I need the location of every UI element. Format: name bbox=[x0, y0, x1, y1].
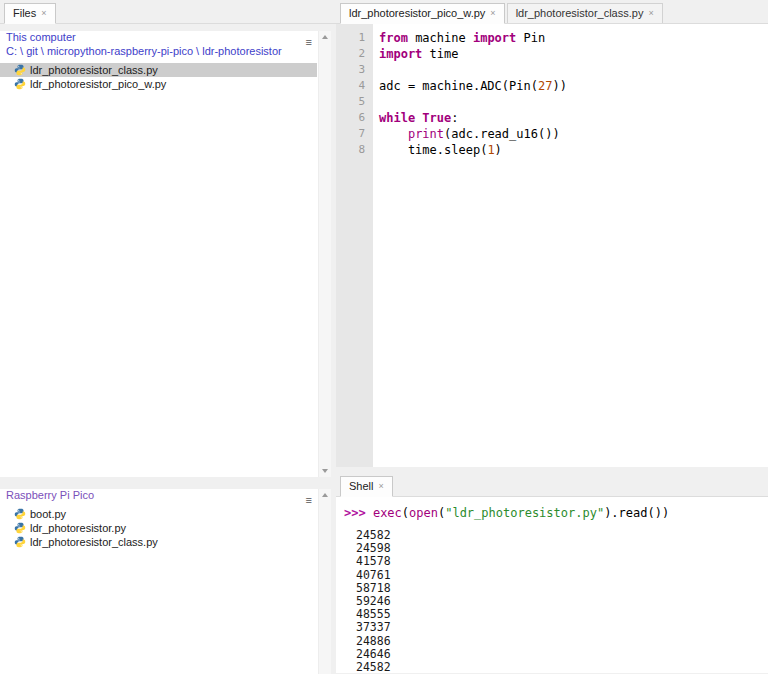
shell-output-value: 24582 bbox=[344, 661, 768, 673]
python-file-icon bbox=[14, 522, 26, 534]
computer-header-link[interactable]: This computer bbox=[6, 31, 331, 44]
line-number: 1 bbox=[336, 30, 373, 46]
file-list-item[interactable]: ldr_photoresistor_class.py bbox=[0, 535, 317, 549]
files-computer-panel: This computer C: \ git \ micropython-ras… bbox=[0, 31, 331, 477]
computer-file-list: ldr_photoresistor_class.py ldr_photoresi… bbox=[0, 63, 331, 91]
file-name-label: ldr_photoresistor_class.py bbox=[30, 64, 158, 76]
line-number: 8 bbox=[336, 142, 373, 158]
file-name-label: ldr_photoresistor_class.py bbox=[30, 536, 158, 548]
code-editor[interactable]: 12345678 from machine import Pinimport t… bbox=[336, 24, 768, 467]
code-token: import bbox=[379, 47, 422, 61]
python-file-icon bbox=[14, 64, 26, 76]
code-token: time bbox=[422, 47, 458, 61]
shell-output-value: 58718 bbox=[344, 582, 768, 595]
thonny-ide-window: Files × This computer C: \ git \ micropy… bbox=[0, 0, 768, 674]
line-number: 6 bbox=[336, 110, 373, 126]
shell-output-value: 37337 bbox=[344, 621, 768, 634]
code-token: : bbox=[451, 111, 458, 125]
editor-tab[interactable]: ldr_photoresistor_pico_w.py× bbox=[340, 3, 505, 24]
code-token: ).read()) bbox=[604, 506, 669, 520]
file-name-label: ldr_photoresistor.py bbox=[30, 522, 126, 534]
pico-header-link[interactable]: Raspberry Pi Pico bbox=[6, 489, 331, 502]
editor-tab[interactable]: ldr_photoresistor_class.py× bbox=[507, 3, 663, 23]
panel-sash[interactable] bbox=[0, 477, 336, 482]
panel-menu-icon[interactable]: ≡ bbox=[306, 495, 312, 506]
tab-files[interactable]: Files × bbox=[4, 3, 56, 24]
code-line: print(adc.read_u16()) bbox=[379, 126, 768, 142]
code-token: import bbox=[473, 31, 516, 45]
files-computer-scrollbar[interactable] bbox=[318, 31, 331, 477]
close-icon[interactable]: × bbox=[648, 9, 653, 18]
code-token: )) bbox=[552, 79, 566, 93]
shell-output-value: 24646 bbox=[344, 648, 768, 661]
code-token: True bbox=[422, 111, 451, 125]
code-token: "ldr_photoresistor.py" bbox=[445, 506, 604, 520]
line-number-gutter: 12345678 bbox=[336, 24, 373, 467]
scroll-up-icon[interactable] bbox=[322, 493, 328, 497]
tab-shell[interactable]: Shell × bbox=[340, 476, 393, 497]
breadcrumb[interactable]: C: \ git \ micropython-raspberry-pi-pico… bbox=[6, 45, 331, 58]
shell-tabbar: Shell × bbox=[336, 475, 768, 497]
file-list-item[interactable]: boot.py bbox=[0, 507, 317, 521]
code-token: while bbox=[379, 111, 415, 125]
file-list-item[interactable]: ldr_photoresistor_pico_w.py bbox=[0, 77, 317, 91]
tab-shell-label: Shell bbox=[349, 480, 373, 492]
close-icon[interactable]: × bbox=[378, 482, 383, 491]
shell-output-value: 24582 bbox=[344, 529, 768, 542]
shell-prompt-line: >>> exec(open("ldr_photoresistor.py").re… bbox=[344, 505, 768, 521]
file-list-item[interactable]: ldr_photoresistor_class.py bbox=[0, 63, 317, 77]
shell-output-value: 59246 bbox=[344, 595, 768, 608]
editor-tab-label: ldr_photoresistor_class.py bbox=[516, 7, 644, 19]
code-line bbox=[379, 62, 768, 78]
shell-output-value: 24886 bbox=[344, 635, 768, 648]
scroll-down-icon[interactable] bbox=[322, 469, 328, 473]
code-line: from machine import Pin bbox=[379, 30, 768, 46]
code-token: 1 bbox=[487, 143, 494, 157]
line-number: 4 bbox=[336, 78, 373, 94]
code-token: machine bbox=[408, 31, 473, 45]
shell-output-value: 41578 bbox=[344, 555, 768, 568]
shell-output-value: 48555 bbox=[344, 608, 768, 621]
code-line: while True: bbox=[379, 110, 768, 126]
code-line: time.sleep(1) bbox=[379, 142, 768, 158]
pico-file-list: boot.py ldr_photoresistor.py ldr_photore… bbox=[0, 507, 331, 549]
code-token: from bbox=[379, 31, 408, 45]
python-file-icon bbox=[14, 78, 26, 90]
scroll-up-icon[interactable] bbox=[322, 35, 328, 39]
code-token: adc = machine.ADC(Pin( bbox=[379, 79, 538, 93]
panel-menu-icon[interactable]: ≡ bbox=[306, 37, 312, 48]
close-icon[interactable]: × bbox=[41, 9, 46, 18]
editor-shell-area: ldr_photoresistor_pico_w.py×ldr_photores… bbox=[336, 0, 768, 674]
shell-prompt: >>> bbox=[344, 506, 373, 520]
code-line: import time bbox=[379, 46, 768, 62]
editor-shell-sash[interactable] bbox=[336, 467, 768, 475]
code-token: exec bbox=[373, 506, 402, 520]
file-name-label: ldr_photoresistor_pico_w.py bbox=[30, 78, 166, 90]
code-token: ( bbox=[402, 506, 409, 520]
code-token: Pin bbox=[516, 31, 545, 45]
code-token: open bbox=[409, 506, 438, 520]
code-token: (adc.read_u16()) bbox=[444, 127, 560, 141]
files-pico-panel: Raspberry Pi Pico boot.py ldr_photoresis… bbox=[0, 489, 331, 674]
line-number: 3 bbox=[336, 62, 373, 78]
editor-tabbar: ldr_photoresistor_pico_w.py×ldr_photores… bbox=[336, 0, 768, 24]
code-text-area[interactable]: from machine import Pinimport timeadc = … bbox=[373, 24, 768, 467]
close-icon[interactable]: × bbox=[490, 9, 495, 18]
shell-output: 2458224598415784076158718592464855537337… bbox=[344, 529, 768, 673]
file-list-item[interactable]: ldr_photoresistor.py bbox=[0, 521, 317, 535]
python-file-icon bbox=[14, 508, 26, 520]
shell-pane[interactable]: >>> exec(open("ldr_photoresistor.py").re… bbox=[336, 497, 768, 673]
code-token: print bbox=[408, 127, 444, 141]
line-number: 7 bbox=[336, 126, 373, 142]
code-token: ) bbox=[495, 143, 502, 157]
tab-files-label: Files bbox=[13, 7, 36, 19]
code-line bbox=[379, 94, 768, 110]
code-line: adc = machine.ADC(Pin(27)) bbox=[379, 78, 768, 94]
line-number: 5 bbox=[336, 94, 373, 110]
shell-output-value: 24598 bbox=[344, 542, 768, 555]
shell-output-value: 40761 bbox=[344, 569, 768, 582]
file-name-label: boot.py bbox=[30, 508, 66, 520]
files-view: Files × This computer C: \ git \ micropy… bbox=[0, 0, 336, 674]
files-pico-scrollbar[interactable] bbox=[318, 489, 331, 674]
code-token: 27 bbox=[538, 79, 552, 93]
